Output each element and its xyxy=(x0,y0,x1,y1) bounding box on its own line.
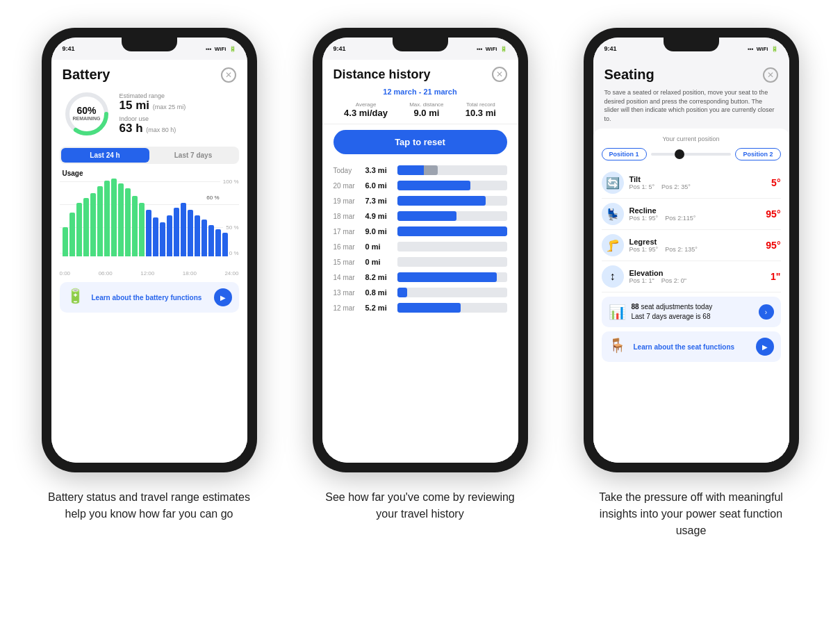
seat-adjustments[interactable]: 📊 88 seat adjustments today Last 7 days … xyxy=(602,297,781,327)
tab-row: Last 24 h Last 7 days xyxy=(60,147,239,164)
battery-screen-content: Battery ✕ 60% REMAINING xyxy=(51,60,247,463)
dist-bar-fill-9 xyxy=(397,303,461,313)
gauge-text: 60% REMAINING xyxy=(72,106,100,122)
dist-date-2: 19 mar xyxy=(333,197,360,205)
gauge-percent: 60% xyxy=(72,106,100,116)
dist-val-6: 0 mi xyxy=(365,258,392,266)
wifi2-icon: WiFi xyxy=(486,46,497,52)
bar-3 xyxy=(83,198,89,256)
x-24: 24:00 xyxy=(224,270,238,277)
learn-play-button[interactable]: ▶ xyxy=(756,338,774,356)
dist-bar-bg-6 xyxy=(397,257,507,267)
battery-info: Estimated range 15 mi (max 25 mi) Indoor… xyxy=(120,92,236,135)
bar-5 xyxy=(97,186,103,256)
reset-button[interactable]: Tap to reset xyxy=(333,130,507,154)
dist-val-7: 8.2 mi xyxy=(365,273,392,281)
bar-15 xyxy=(167,215,172,256)
status-time-distance: 9:41 xyxy=(333,45,346,52)
pos2-button[interactable]: Position 2 xyxy=(735,148,780,160)
dist-date-6: 15 mar xyxy=(333,258,360,266)
status-icons-battery: ▪▪▪ WiFi 🔋 xyxy=(206,46,236,52)
seat-close-button[interactable]: ✕ xyxy=(763,67,778,83)
bar-14 xyxy=(160,222,165,256)
dist-val-1: 6.0 mi xyxy=(365,181,392,190)
battery-icon: 🔋 xyxy=(229,46,236,52)
dist-row-8: 13 mar0.8 mi xyxy=(322,285,518,300)
seating-screen-content: Seating ✕ To save a seated or relaxed po… xyxy=(593,60,789,463)
pos-track[interactable] xyxy=(651,153,732,156)
dist-val-2: 7.3 mi xyxy=(365,197,392,205)
phone-col-battery: 9:41 ▪▪▪ WiFi 🔋 Battery ✕ xyxy=(28,28,271,522)
seat-feat-icon-0: 🔄 xyxy=(602,172,624,194)
dist-val-0: 3.3 mi xyxy=(365,166,392,174)
pos1-button[interactable]: Position 1 xyxy=(602,148,647,160)
total-label: Total record xyxy=(466,101,496,108)
battery-footer-icon: 🔋 xyxy=(67,288,86,307)
bar-6 xyxy=(104,181,110,256)
status-bar-battery: 9:41 ▪▪▪ WiFi 🔋 xyxy=(51,38,247,60)
status-time-battery: 9:41 xyxy=(63,45,75,52)
seat-feat-name-0: Tilt xyxy=(629,175,766,183)
seat-feat-info-3: Elevation Pos 1: 1" Pos 2: 0" xyxy=(629,269,766,284)
bar-19 xyxy=(195,215,200,256)
dist-val-3: 4.9 mi xyxy=(365,212,392,220)
battery-close-button[interactable]: ✕ xyxy=(221,67,236,83)
dist-date-0: Today xyxy=(333,167,360,174)
seat-feat-val-2: 95° xyxy=(766,240,780,251)
bar-16 xyxy=(174,208,179,256)
dist-row-2: 19 mar7.3 mi xyxy=(322,193,518,208)
bar-20 xyxy=(201,220,207,256)
bar-22 xyxy=(215,229,221,256)
tab-24h[interactable]: Last 24 h xyxy=(61,148,149,163)
x-6: 06:00 xyxy=(99,270,113,277)
seat-scroll: Your current position Position 1 Positio… xyxy=(593,129,789,463)
dist-bar-bg-3 xyxy=(397,211,507,221)
bar-9 xyxy=(125,188,131,256)
dist-bar-bg-2 xyxy=(397,196,507,206)
bar-2 xyxy=(76,203,82,256)
dist-val-8: 0.8 mi xyxy=(365,288,392,297)
bar-18 xyxy=(188,210,193,256)
seat-feat-val-3: 1" xyxy=(771,271,780,282)
seat-feature-2: 🦵 Legrest Pos 1: 95° Pos 2: 135° 95° xyxy=(602,230,781,261)
bar-12 xyxy=(146,210,151,256)
status-bar-distance: 9:41 ▪▪▪ WiFi 🔋 xyxy=(322,38,518,60)
tab-7days[interactable]: Last 7 days xyxy=(149,148,238,163)
status-time-seating: 9:41 xyxy=(604,45,617,52)
bar-8 xyxy=(118,183,124,256)
max-value: 9.0 mi xyxy=(409,108,443,118)
wifi-icon: WiFi xyxy=(215,46,227,52)
status-icons-seating: ▪▪▪ WiFi 🔋 xyxy=(748,46,777,52)
seat-feat-name-2: Legrest xyxy=(629,238,761,246)
battery-header: Battery ✕ xyxy=(51,60,247,87)
battery-stats: 60% REMAINING Estimated range 15 mi (max… xyxy=(51,87,247,144)
notch3 xyxy=(664,38,719,51)
distance-close-button[interactable]: ✕ xyxy=(492,67,507,82)
seat-header: Seating ✕ xyxy=(593,60,789,85)
gauge-label: REMAINING xyxy=(72,117,100,122)
current-pos-label: Your current position xyxy=(602,135,781,142)
est-range-value: 15 mi (max 25 mi) xyxy=(120,99,236,113)
seat-feat-name-3: Elevation xyxy=(629,269,766,277)
x-18: 18:00 xyxy=(183,270,197,277)
seat-feat-val-1: 95° xyxy=(766,208,780,220)
seat-learn[interactable]: 🪑 Learn about the seat functions ▶ xyxy=(602,331,781,362)
seat-feat-pos-3: Pos 1: 1" Pos 2: 0" xyxy=(629,277,766,284)
dist-row-3: 18 mar4.9 mi xyxy=(322,208,518,224)
dist-row-7: 14 mar8.2 mi xyxy=(322,270,518,285)
seat-features: 🔄 Tilt Pos 1: 5° Pos 2: 35° 5° 💺 Recline… xyxy=(602,167,781,292)
seat-feat-pos-2: Pos 1: 95° Pos 2: 135° xyxy=(629,246,761,253)
dist-bar-fill-2 xyxy=(397,196,486,206)
adj-arrow[interactable]: › xyxy=(759,304,774,320)
signal-icon: ▪▪▪ xyxy=(206,46,212,52)
battery-footer[interactable]: 🔋 Learn about the battery functions ▶ xyxy=(60,282,239,313)
adj-text: 88 seat adjustments today Last 7 days av… xyxy=(632,302,753,322)
distance-screen-content: Distance history ✕ 12 march - 21 march A… xyxy=(322,60,518,463)
learn-text: Learn about the seat functions xyxy=(634,342,750,352)
seat-feat-info-0: Tilt Pos 1: 5° Pos 2: 35° xyxy=(629,175,766,190)
x-12: 12:00 xyxy=(140,270,154,277)
dist-bar-fill-3 xyxy=(397,211,456,221)
avg-label: Average xyxy=(344,101,388,108)
dist-bar-bg-4 xyxy=(397,226,507,236)
battery-play-button[interactable]: ▶ xyxy=(214,288,232,306)
